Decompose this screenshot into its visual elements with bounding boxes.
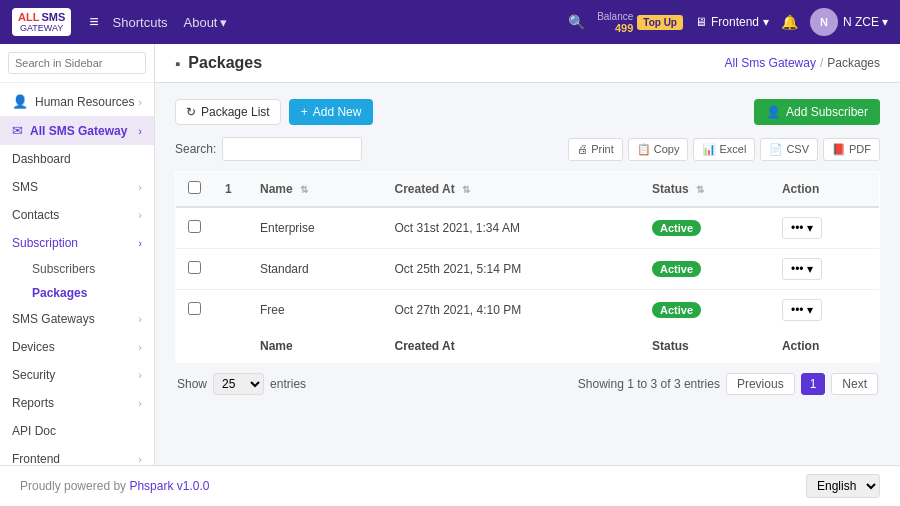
sidebar-item-label: Reports xyxy=(12,396,54,410)
sidebar-item-dashboard[interactable]: Dashboard xyxy=(0,145,154,173)
add-new-icon: + xyxy=(301,105,308,119)
chevron-right-icon: › xyxy=(138,237,142,249)
balance-label: Balance xyxy=(597,11,633,22)
row-created-at: Oct 27th 2021, 4:10 PM xyxy=(382,290,640,331)
row-name: Free xyxy=(248,290,382,331)
csv-label: CSV xyxy=(786,143,809,155)
balance-box: Balance 499 Top Up xyxy=(597,11,683,34)
next-button[interactable]: Next xyxy=(831,373,878,395)
package-list-button[interactable]: ↻ Package List xyxy=(175,99,281,125)
row-status: Active xyxy=(640,290,770,331)
name-col-header[interactable]: Name ⇅ xyxy=(248,172,382,208)
action-dropdown-arrow: ▾ xyxy=(807,303,813,317)
logo-gateway: GATEWAY xyxy=(20,23,63,33)
pdf-button[interactable]: 📕 PDF xyxy=(823,138,880,161)
user-area[interactable]: N N ZCE ▾ xyxy=(810,8,888,36)
sidebar-item-reports[interactable]: Reports › xyxy=(0,389,154,417)
sidebar-item-label: SMS xyxy=(12,180,38,194)
status-badge: Active xyxy=(652,302,701,318)
copy-button[interactable]: 📋 Copy xyxy=(628,138,689,161)
search-icon[interactable]: 🔍 xyxy=(568,14,585,30)
action-button[interactable]: ••• ▾ xyxy=(782,217,822,239)
row-num xyxy=(213,290,248,331)
row-action: ••• ▾ xyxy=(770,290,880,331)
bell-icon[interactable]: 🔔 xyxy=(781,14,798,30)
nav-about[interactable]: About ▾ xyxy=(184,15,228,30)
excel-button[interactable]: 📊 Excel xyxy=(693,138,755,161)
nav-about-label: About xyxy=(184,15,218,30)
add-subscriber-button[interactable]: 👤 Add Subscriber xyxy=(754,99,880,125)
pagination-info: Showing 1 to 3 of 3 entries xyxy=(578,377,720,391)
sidebar-item-label: Devices xyxy=(12,340,55,354)
row-action: ••• ▾ xyxy=(770,249,880,290)
row-checkbox[interactable] xyxy=(188,220,201,233)
copy-icon: 📋 xyxy=(637,143,651,156)
sidebar-item-subscription[interactable]: Subscription › xyxy=(0,229,154,257)
show-select[interactable]: 25 50 100 xyxy=(213,373,264,395)
sidebar-item-label: Human Resources xyxy=(35,95,134,109)
sidebar-item-all-sms-gateway[interactable]: ✉ All SMS Gateway › xyxy=(0,116,154,145)
breadcrumb-home[interactable]: All Sms Gateway xyxy=(725,56,816,70)
sidebar-item-security[interactable]: Security › xyxy=(0,361,154,389)
sidebar-item-human-resources[interactable]: 👤 Human Resources › xyxy=(0,87,154,116)
sidebar-item-devices[interactable]: Devices › xyxy=(0,333,154,361)
chevron-right-icon: › xyxy=(138,181,142,193)
action-button[interactable]: ••• ▾ xyxy=(782,258,822,280)
excel-icon: 📊 xyxy=(702,143,716,156)
pdf-icon: 📕 xyxy=(832,143,846,156)
footer-action-col: Action xyxy=(782,339,819,353)
action-button[interactable]: ••• ▾ xyxy=(782,299,822,321)
status-badge: Active xyxy=(652,220,701,236)
show-label: Show xyxy=(177,377,207,391)
sidebar-item-packages[interactable]: Packages xyxy=(0,281,154,305)
nav-shortcuts[interactable]: Shortcuts xyxy=(113,15,168,30)
page-1-button[interactable]: 1 xyxy=(801,373,826,395)
print-button[interactable]: 🖨 Print xyxy=(568,138,623,161)
table-row: Enterprise Oct 31st 2021, 1:34 AM Active… xyxy=(176,207,880,249)
language-select[interactable]: English xyxy=(806,474,880,498)
frontend-icon: 🖥 xyxy=(695,15,707,29)
row-checkbox[interactable] xyxy=(188,261,201,274)
row-checkbox[interactable] xyxy=(188,302,201,315)
chevron-right-icon: › xyxy=(138,397,142,409)
action-dropdown-arrow: ▾ xyxy=(807,262,813,276)
breadcrumb: All Sms Gateway / Packages xyxy=(725,56,880,70)
chevron-right-icon: › xyxy=(138,453,142,465)
main-content: ↻ Package List + Add New 👤 Add Subscribe… xyxy=(155,83,900,465)
page-title: Packages xyxy=(188,54,262,72)
sidebar-item-sms[interactable]: SMS › xyxy=(0,173,154,201)
sidebar-item-frontend[interactable]: Frontend › xyxy=(0,445,154,465)
hamburger-icon[interactable]: ≡ xyxy=(89,13,98,31)
sidebar-section: 👤 Human Resources › ✉ All SMS Gateway › … xyxy=(0,83,154,465)
sidebar-item-label: Frontend xyxy=(12,452,60,465)
table-row: Standard Oct 25th 2021, 5:14 PM Active •… xyxy=(176,249,880,290)
prev-button[interactable]: Previous xyxy=(726,373,795,395)
sidebar-item-sms-gateways[interactable]: SMS Gateways › xyxy=(0,305,154,333)
row-status: Active xyxy=(640,207,770,249)
row-num-col: 1 xyxy=(213,172,248,208)
add-new-button[interactable]: + Add New xyxy=(289,99,374,125)
sidebar-search-input[interactable] xyxy=(8,52,146,74)
sidebar-item-label: Subscription xyxy=(12,236,78,250)
action-dots-icon: ••• xyxy=(791,303,804,317)
csv-button[interactable]: 📄 CSV xyxy=(760,138,818,161)
sidebar-item-label: Dashboard xyxy=(12,152,71,166)
logo-box: ALL SMS GATEWAY xyxy=(12,8,71,36)
nav-right: 🔍 Balance 499 Top Up 🖥 Frontend ▾ 🔔 N N … xyxy=(568,8,888,36)
status-col-header[interactable]: Status ⇅ xyxy=(640,172,770,208)
topup-button[interactable]: Top Up xyxy=(637,15,683,30)
select-all-checkbox[interactable] xyxy=(188,181,201,194)
row-created-at: Oct 25th 2021, 5:14 PM xyxy=(382,249,640,290)
sidebar-item-contacts[interactable]: Contacts › xyxy=(0,201,154,229)
table-body: Enterprise Oct 31st 2021, 1:34 AM Active… xyxy=(176,207,880,330)
phspark-link[interactable]: Phspark v1.0.0 xyxy=(129,479,209,493)
footer-status-col: Status xyxy=(652,339,689,353)
frontend-menu[interactable]: 🖥 Frontend ▾ xyxy=(695,15,769,29)
sidebar-item-api-doc[interactable]: API Doc xyxy=(0,417,154,445)
created-at-col-header[interactable]: Created At ⇅ xyxy=(382,172,640,208)
sidebar-item-subscribers[interactable]: Subscribers xyxy=(0,257,154,281)
sidebar-item-label: Security xyxy=(12,368,55,382)
row-name: Standard xyxy=(248,249,382,290)
sort-name-icon: ⇅ xyxy=(300,184,308,195)
search-input[interactable] xyxy=(222,137,362,161)
